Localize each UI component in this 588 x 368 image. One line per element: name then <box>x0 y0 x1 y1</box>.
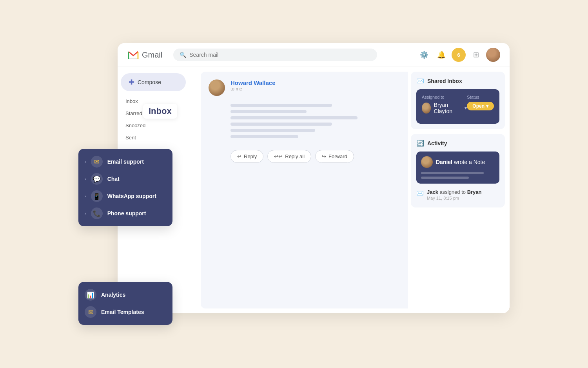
sidebar-item-sent[interactable]: Sent <box>121 132 193 143</box>
assign-icon: ✉️ <box>416 190 424 197</box>
topbar-icons: ⚙️ 🔔 6 ⊞ <box>417 48 500 62</box>
assign-time: May 11, 8:15 pm <box>427 196 482 200</box>
sender-name: Howard Wallace <box>230 79 275 86</box>
email-main: Howard Wallace to me ↩ Reply <box>201 72 408 308</box>
whatsapp-icon: 📱 <box>91 190 103 202</box>
support-item-whatsapp[interactable]: › 📱 WhatsApp support <box>85 190 166 202</box>
email-actions: ↩ Reply ↩↩ Reply all ↪ Forward <box>209 150 400 163</box>
compose-button[interactable]: ✚ Compose <box>121 73 186 91</box>
note-header: Daniel wrote a Note <box>421 156 495 168</box>
phone-icon: 📞 <box>91 207 103 219</box>
inbox-label-overlay: Inbox <box>143 104 177 119</box>
forward-button[interactable]: ↪ Forward <box>315 150 354 163</box>
reply-icon: ↩ <box>237 153 241 159</box>
right-panel: ✉️ Shared Inbox Assigned to Bryan Clayto… <box>408 67 510 313</box>
sender-info: Howard Wallace to me <box>230 79 275 92</box>
note-line-2 <box>421 177 469 179</box>
phone-label: Phone support <box>107 210 146 216</box>
email-line-1 <box>230 104 332 107</box>
status-col: Status Open ▾ <box>467 95 494 110</box>
reply-button[interactable]: ↩ Reply <box>230 150 263 163</box>
topbar: Gmail 🔍 ⚙️ 🔔 6 ⊞ <box>118 43 510 67</box>
note-text: wrote a Note <box>454 159 485 165</box>
status-badge[interactable]: Open ▾ <box>467 102 494 110</box>
whatsapp-chevron-icon: › <box>85 194 86 198</box>
shared-inbox-title: ✉️ Shared Inbox <box>416 77 499 85</box>
sender-avatar <box>209 79 225 96</box>
chat-icon: 💬 <box>91 173 103 185</box>
app-title: Gmail <box>142 51 162 60</box>
settings-icon[interactable]: ⚙️ <box>417 48 431 62</box>
email-templates-label: Email Templates <box>101 309 144 315</box>
email-line-6 <box>230 135 298 138</box>
notifications-icon[interactable]: 🔔 <box>434 48 448 62</box>
activity-title: 🔄 Activity <box>416 139 499 147</box>
status-chevron-icon: ▾ <box>486 103 488 109</box>
analytics-icon: 📊 <box>85 289 96 301</box>
sidebar-item-snoozed[interactable]: Snoozed <box>121 120 193 131</box>
assignee-avatar <box>422 103 431 114</box>
user-avatar[interactable] <box>486 48 500 62</box>
note-author: Daniel <box>436 159 452 165</box>
email-support-chevron-icon: › <box>85 159 86 164</box>
sender-to: to me <box>230 86 275 92</box>
email-body <box>209 104 400 138</box>
activity-section: 🔄 Activity Daniel wrote a Note <box>411 134 505 207</box>
reply-all-button[interactable]: ↩↩ Reply all <box>267 150 311 163</box>
compose-plus-icon: ✚ <box>129 78 134 87</box>
activity-assign: ✉️ Jack assigned to Bryan May 11, 8:15 p… <box>416 188 499 202</box>
gmail-window: Gmail 🔍 ⚙️ 🔔 6 ⊞ ✚ Compose <box>118 43 510 313</box>
support-item-email[interactable]: › ✉ Email support <box>85 156 166 168</box>
phone-chevron-icon: › <box>85 211 86 216</box>
avatar-image <box>486 48 500 62</box>
email-header: Howard Wallace to me <box>209 79 400 96</box>
note-title: Daniel wrote a Note <box>436 159 485 165</box>
bottom-item-analytics[interactable]: 📊 Analytics <box>85 289 166 301</box>
compose-label: Compose <box>138 79 161 85</box>
reply-all-icon: ↩↩ <box>274 153 283 159</box>
search-icon: 🔍 <box>180 52 186 58</box>
assign-action: assigned to <box>440 189 466 195</box>
note-line-1 <box>421 172 484 174</box>
assign-target: Bryan <box>467 189 482 195</box>
assign-details: Jack assigned to Bryan May 11, 8:15 pm <box>427 189 482 200</box>
email-templates-icon: ✉ <box>85 306 96 318</box>
bottom-item-templates[interactable]: ✉ Email Templates <box>85 306 166 318</box>
email-line-4 <box>230 123 332 126</box>
assign-text: Jack assigned to Bryan <box>427 189 482 195</box>
search-bar[interactable]: 🔍 <box>173 49 377 61</box>
si-assignee: Bryan Clayton ▾ <box>422 102 467 114</box>
shared-inbox-card: Assigned to Bryan Clayton ▾ Status <box>416 89 499 124</box>
shared-inbox-icon: ✉️ <box>416 77 424 85</box>
assignee-col: Assigned to Bryan Clayton ▾ <box>422 95 467 114</box>
badge-count[interactable]: 6 <box>452 48 466 62</box>
gmail-logo: Gmail <box>127 49 162 61</box>
note-lines <box>421 172 495 179</box>
shared-inbox-section: ✉️ Shared Inbox Assigned to Bryan Clayto… <box>411 72 505 129</box>
activity-note-card: Daniel wrote a Note <box>416 152 499 184</box>
si-row: Assigned to Bryan Clayton ▾ Status <box>422 95 494 114</box>
analytics-label: Analytics <box>101 292 125 298</box>
support-item-chat[interactable]: › 💬 Chat <box>85 173 166 185</box>
whatsapp-label: WhatsApp support <box>107 193 156 199</box>
email-line-5 <box>230 129 315 132</box>
forward-icon: ↪ <box>322 153 326 159</box>
apps-grid-icon[interactable]: ⊞ <box>469 48 483 62</box>
chat-label: Chat <box>107 176 120 182</box>
assignee-name: Bryan Clayton <box>434 102 462 114</box>
search-input[interactable] <box>189 52 371 58</box>
assign-actor: Jack <box>427 189 438 195</box>
email-line-2 <box>230 110 307 113</box>
note-author-avatar <box>421 156 433 168</box>
activity-icon: 🔄 <box>416 139 424 147</box>
chat-chevron-icon: › <box>85 177 86 181</box>
support-panel: › ✉ Email support › 💬 Chat › 📱 WhatsApp … <box>78 149 172 226</box>
body-layout: ✚ Compose Inbox Starred Snoozed Sent <box>118 67 510 313</box>
email-support-icon: ✉ <box>91 156 103 168</box>
email-line-3 <box>230 116 358 119</box>
email-support-label: Email support <box>107 159 144 165</box>
bottom-panel: 📊 Analytics ✉ Email Templates <box>78 282 172 325</box>
support-item-phone[interactable]: › 📞 Phone support <box>85 207 166 219</box>
